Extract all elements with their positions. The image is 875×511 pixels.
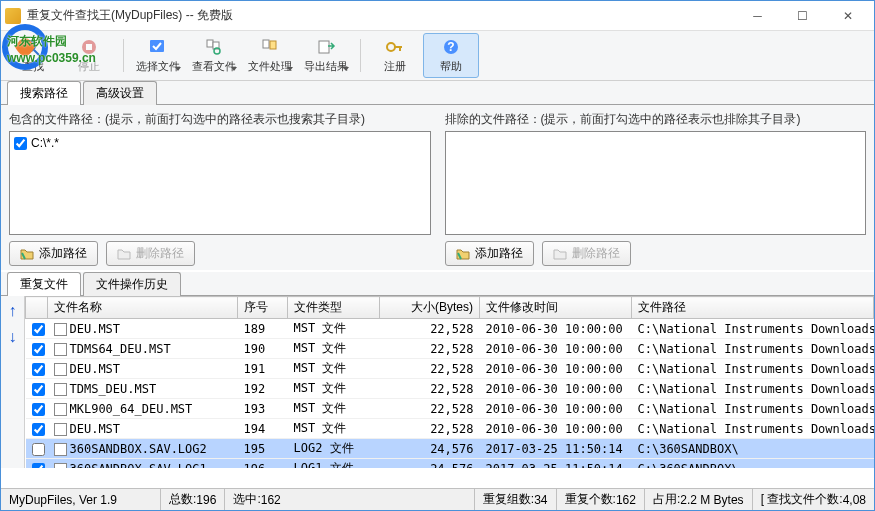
row-checkbox[interactable] (32, 443, 45, 456)
lower-tab-bar: 重复文件 文件操作历史 (1, 272, 874, 296)
status-find: [ 查找文件个数: 4,08 (753, 489, 874, 510)
upper-tab-bar: 搜索路径 高级设置 (1, 81, 874, 105)
file-icon (54, 383, 67, 396)
row-checkbox[interactable] (32, 343, 45, 356)
table-row[interactable]: DEU.MST194MST 文件22,5282010-06-30 10:00:0… (26, 419, 874, 439)
cell-type: MST 文件 (288, 319, 380, 339)
cell-size: 22,528 (380, 419, 480, 439)
cell-path: C:\National Instruments Downloads\NILWCV (632, 399, 874, 419)
col-size[interactable]: 大小(Bytes) (380, 297, 480, 319)
cell-filename: 360SANDBOX.SAV.LOG1 (48, 459, 238, 469)
table-row[interactable]: 360SANDBOX.SAV.LOG1196LOG1 文件24,5762017-… (26, 459, 874, 469)
file-icon (54, 443, 67, 456)
tab-dup-files[interactable]: 重复文件 (7, 272, 81, 296)
arrow-up-button[interactable]: ↑ (9, 302, 17, 320)
include-list[interactable]: C:\*.* (9, 131, 431, 235)
minimize-button[interactable]: ─ (735, 2, 780, 30)
cell-type: LOG2 文件 (288, 439, 380, 459)
cell-date: 2010-06-30 10:00:00 (480, 419, 632, 439)
folder-open-icon (20, 248, 34, 260)
row-checkbox[interactable] (32, 383, 45, 396)
tab-advanced[interactable]: 高级设置 (83, 81, 157, 105)
include-panel: 包含的文件路径：(提示，前面打勾选中的路径表示也搜索其子目录) C:\*.* 添… (9, 111, 431, 266)
row-checkbox[interactable] (32, 403, 45, 416)
table-row[interactable]: DEU.MST191MST 文件22,5282010-06-30 10:00:0… (26, 359, 874, 379)
app-icon (5, 8, 21, 24)
include-path-checkbox[interactable] (14, 137, 27, 150)
cell-seq: 190 (238, 339, 288, 359)
cell-size: 24,576 (380, 439, 480, 459)
cell-size: 22,528 (380, 339, 480, 359)
cell-size: 24,576 (380, 459, 480, 469)
svg-point-12 (387, 43, 395, 51)
export-button[interactable]: 导出结果 (298, 33, 354, 78)
exclude-add-button[interactable]: 添加路径 (445, 241, 534, 266)
exclude-list[interactable] (445, 131, 867, 235)
results-table: 文件名称 序号 文件类型 大小(Bytes) 文件修改时间 文件路径 DEU.M… (25, 296, 874, 468)
include-path-item[interactable]: C:\*.* (14, 136, 426, 150)
svg-rect-9 (263, 40, 269, 48)
cell-path: C:\National Instruments Downloads\NILWCV (632, 359, 874, 379)
cell-date: 2010-06-30 10:00:00 (480, 379, 632, 399)
col-mtime[interactable]: 文件修改时间 (480, 297, 632, 319)
col-seq[interactable]: 序号 (238, 297, 288, 319)
row-checkbox[interactable] (32, 463, 45, 469)
status-bar: MyDupFiles, Ver 1.9 总数:196 选中:162 重复组数: … (1, 488, 874, 510)
cell-date: 2017-03-25 11:50:14 (480, 459, 632, 469)
file-icon (54, 343, 67, 356)
register-button[interactable]: 注册 (367, 33, 423, 78)
maximize-button[interactable]: ☐ (780, 2, 825, 30)
col-checkbox[interactable] (26, 297, 48, 319)
help-button[interactable]: ? 帮助 (423, 33, 479, 78)
exclude-delete-button[interactable]: 删除路径 (542, 241, 631, 266)
table-row[interactable]: TDMS_DEU.MST192MST 文件22,5282010-06-30 10… (26, 379, 874, 399)
cell-date: 2010-06-30 10:00:00 (480, 339, 632, 359)
cell-filename: TDMS64_DEU.MST (48, 339, 238, 359)
chevron-down-icon (343, 67, 349, 71)
table-row[interactable]: MKL900_64_DEU.MST193MST 文件22,5282010-06-… (26, 399, 874, 419)
results-grid[interactable]: 文件名称 序号 文件类型 大小(Bytes) 文件修改时间 文件路径 DEU.M… (25, 296, 874, 468)
cell-size: 22,528 (380, 379, 480, 399)
view-files-button[interactable]: 查看文件 (186, 33, 242, 78)
arrow-down-button[interactable]: ↓ (9, 328, 17, 346)
cell-size: 22,528 (380, 399, 480, 419)
status-dup-groups: 重复组数: 34 (475, 489, 557, 510)
table-row[interactable]: TDMS64_DEU.MST190MST 文件22,5282010-06-30 … (26, 339, 874, 359)
row-checkbox[interactable] (32, 423, 45, 436)
search-button[interactable]: 查找 (5, 33, 61, 78)
cell-filename: MKL900_64_DEU.MST (48, 399, 238, 419)
svg-rect-11 (319, 41, 329, 53)
cell-date: 2010-06-30 10:00:00 (480, 319, 632, 339)
svg-rect-5 (150, 40, 164, 52)
file-icon (54, 403, 67, 416)
col-type[interactable]: 文件类型 (288, 297, 380, 319)
cell-path: C:\360SANDBOX\ (632, 439, 874, 459)
cell-seq: 195 (238, 439, 288, 459)
close-button[interactable]: ✕ (825, 2, 870, 30)
select-files-icon (146, 37, 170, 57)
cell-seq: 196 (238, 459, 288, 469)
cell-size: 22,528 (380, 359, 480, 379)
include-delete-button[interactable]: 删除路径 (106, 241, 195, 266)
table-header-row: 文件名称 序号 文件类型 大小(Bytes) 文件修改时间 文件路径 (26, 297, 874, 319)
select-files-button[interactable]: 选择文件 (130, 33, 186, 78)
cell-date: 2010-06-30 10:00:00 (480, 359, 632, 379)
folder-delete-icon (117, 248, 131, 260)
include-label: 包含的文件路径：(提示，前面打勾选中的路径表示也搜索其子目录) (9, 111, 431, 128)
tab-search-path[interactable]: 搜索路径 (7, 81, 81, 105)
file-process-button[interactable]: 文件处理 (242, 33, 298, 78)
include-add-button[interactable]: 添加路径 (9, 241, 98, 266)
tab-history[interactable]: 文件操作历史 (83, 272, 181, 296)
status-usage: 占用: 2.2 M Bytes (645, 489, 753, 510)
col-path[interactable]: 文件路径 (632, 297, 874, 319)
table-row[interactable]: 360SANDBOX.SAV.LOG2195LOG2 文件24,5762017-… (26, 439, 874, 459)
svg-rect-6 (207, 40, 213, 47)
stop-button[interactable]: 停止 (61, 33, 117, 78)
row-checkbox[interactable] (32, 323, 45, 336)
col-filename[interactable]: 文件名称 (48, 297, 238, 319)
svg-rect-10 (270, 41, 276, 49)
export-icon (314, 37, 338, 57)
row-checkbox[interactable] (32, 363, 45, 376)
cell-filename: DEU.MST (48, 359, 238, 379)
table-row[interactable]: DEU.MST189MST 文件22,5282010-06-30 10:00:0… (26, 319, 874, 339)
